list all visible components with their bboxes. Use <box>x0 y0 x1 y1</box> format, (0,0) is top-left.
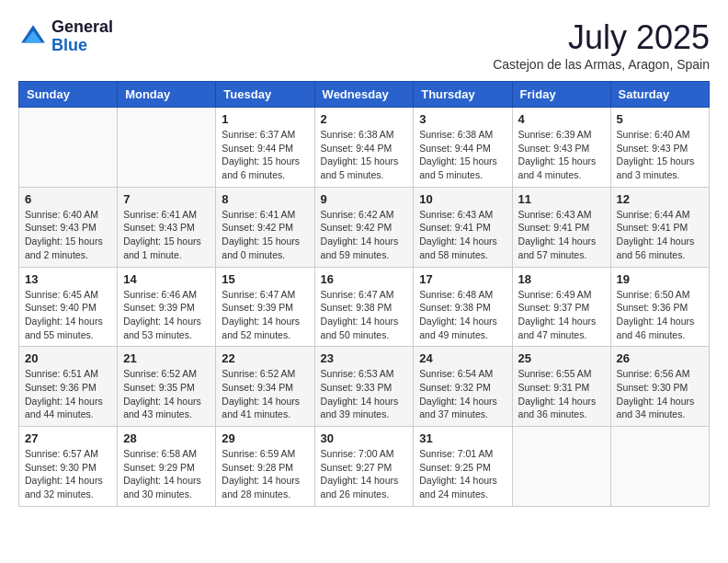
logo: General Blue <box>18 18 113 55</box>
day-info: Sunrise: 6:40 AM Sunset: 9:43 PM Dayligh… <box>25 208 111 262</box>
logo-icon <box>18 22 48 52</box>
weekday-header-sunday: Sunday <box>19 82 118 108</box>
calendar-week-1: 1Sunrise: 6:37 AM Sunset: 9:44 PM Daylig… <box>19 108 710 188</box>
day-number: 8 <box>222 192 308 206</box>
calendar-week-4: 20Sunrise: 6:51 AM Sunset: 9:36 PM Dayli… <box>19 347 710 427</box>
calendar-cell <box>610 427 709 507</box>
day-info: Sunrise: 6:52 AM Sunset: 9:34 PM Dayligh… <box>222 367 308 421</box>
calendar-week-2: 6Sunrise: 6:40 AM Sunset: 9:43 PM Daylig… <box>19 187 710 267</box>
day-info: Sunrise: 6:43 AM Sunset: 9:41 PM Dayligh… <box>518 208 605 262</box>
calendar-cell: 21Sunrise: 6:52 AM Sunset: 9:35 PM Dayli… <box>118 347 216 427</box>
day-info: Sunrise: 6:40 AM Sunset: 9:43 PM Dayligh… <box>617 128 703 182</box>
day-number: 10 <box>419 192 506 206</box>
calendar-cell <box>19 108 118 188</box>
calendar-cell: 24Sunrise: 6:54 AM Sunset: 9:32 PM Dayli… <box>414 347 512 427</box>
day-number: 18 <box>518 272 605 286</box>
location: Castejon de las Armas, Aragon, Spain <box>493 57 710 72</box>
day-number: 5 <box>617 112 703 126</box>
day-number: 25 <box>518 351 605 365</box>
weekday-header-thursday: Thursday <box>414 82 512 108</box>
day-number: 28 <box>123 431 210 445</box>
day-number: 26 <box>617 351 703 365</box>
day-number: 20 <box>25 351 111 365</box>
day-info: Sunrise: 6:44 AM Sunset: 9:41 PM Dayligh… <box>617 208 703 262</box>
page-header: General Blue July 2025 Castejon de las A… <box>18 18 710 72</box>
calendar-cell: 27Sunrise: 6:57 AM Sunset: 9:30 PM Dayli… <box>19 427 118 507</box>
day-number: 9 <box>321 192 408 206</box>
day-info: Sunrise: 6:55 AM Sunset: 9:31 PM Dayligh… <box>518 367 605 421</box>
title-area: July 2025 Castejon de las Armas, Aragon,… <box>493 18 710 72</box>
calendar-cell: 26Sunrise: 6:56 AM Sunset: 9:30 PM Dayli… <box>610 347 709 427</box>
day-info: Sunrise: 6:46 AM Sunset: 9:39 PM Dayligh… <box>123 288 210 342</box>
day-info: Sunrise: 6:50 AM Sunset: 9:36 PM Dayligh… <box>617 288 703 342</box>
day-number: 17 <box>419 272 506 286</box>
weekday-header-friday: Friday <box>512 82 610 108</box>
day-info: Sunrise: 6:45 AM Sunset: 9:40 PM Dayligh… <box>25 288 111 342</box>
day-number: 27 <box>25 431 111 445</box>
calendar-cell: 5Sunrise: 6:40 AM Sunset: 9:43 PM Daylig… <box>610 108 709 188</box>
calendar-cell: 10Sunrise: 6:43 AM Sunset: 9:41 PM Dayli… <box>414 187 512 267</box>
calendar-table: SundayMondayTuesdayWednesdayThursdayFrid… <box>18 81 710 507</box>
day-number: 30 <box>321 431 408 445</box>
calendar-cell: 1Sunrise: 6:37 AM Sunset: 9:44 PM Daylig… <box>216 108 314 188</box>
calendar-cell: 7Sunrise: 6:41 AM Sunset: 9:43 PM Daylig… <box>118 187 216 267</box>
day-info: Sunrise: 6:49 AM Sunset: 9:37 PM Dayligh… <box>518 288 605 342</box>
logo-text: General Blue <box>51 18 113 55</box>
day-number: 2 <box>321 112 408 126</box>
calendar-cell: 25Sunrise: 6:55 AM Sunset: 9:31 PM Dayli… <box>512 347 610 427</box>
calendar-cell: 29Sunrise: 6:59 AM Sunset: 9:28 PM Dayli… <box>216 427 314 507</box>
day-info: Sunrise: 7:01 AM Sunset: 9:25 PM Dayligh… <box>419 447 506 501</box>
day-info: Sunrise: 6:38 AM Sunset: 9:44 PM Dayligh… <box>419 128 506 182</box>
day-number: 11 <box>518 192 605 206</box>
weekday-header-wednesday: Wednesday <box>314 82 414 108</box>
calendar-cell: 30Sunrise: 7:00 AM Sunset: 9:27 PM Dayli… <box>314 427 414 507</box>
day-info: Sunrise: 6:54 AM Sunset: 9:32 PM Dayligh… <box>419 367 506 421</box>
calendar-cell <box>118 108 216 188</box>
day-info: Sunrise: 6:56 AM Sunset: 9:30 PM Dayligh… <box>617 367 703 421</box>
day-info: Sunrise: 6:53 AM Sunset: 9:33 PM Dayligh… <box>321 367 408 421</box>
day-number: 29 <box>222 431 308 445</box>
calendar-week-3: 13Sunrise: 6:45 AM Sunset: 9:40 PM Dayli… <box>19 267 710 347</box>
calendar-cell: 23Sunrise: 6:53 AM Sunset: 9:33 PM Dayli… <box>314 347 414 427</box>
calendar-cell: 19Sunrise: 6:50 AM Sunset: 9:36 PM Dayli… <box>610 267 709 347</box>
calendar-cell: 31Sunrise: 7:01 AM Sunset: 9:25 PM Dayli… <box>414 427 512 507</box>
day-number: 1 <box>222 112 308 126</box>
weekday-header-tuesday: Tuesday <box>216 82 314 108</box>
day-info: Sunrise: 6:39 AM Sunset: 9:43 PM Dayligh… <box>518 128 605 182</box>
day-info: Sunrise: 6:57 AM Sunset: 9:30 PM Dayligh… <box>25 447 111 501</box>
day-number: 15 <box>222 272 308 286</box>
calendar-cell: 3Sunrise: 6:38 AM Sunset: 9:44 PM Daylig… <box>414 108 512 188</box>
calendar-cell: 20Sunrise: 6:51 AM Sunset: 9:36 PM Dayli… <box>19 347 118 427</box>
calendar-cell: 28Sunrise: 6:58 AM Sunset: 9:29 PM Dayli… <box>118 427 216 507</box>
weekday-header-row: SundayMondayTuesdayWednesdayThursdayFrid… <box>19 82 710 108</box>
calendar-cell: 18Sunrise: 6:49 AM Sunset: 9:37 PM Dayli… <box>512 267 610 347</box>
day-number: 31 <box>419 431 506 445</box>
day-info: Sunrise: 6:38 AM Sunset: 9:44 PM Dayligh… <box>321 128 408 182</box>
month-title: July 2025 <box>493 18 710 57</box>
calendar-cell: 4Sunrise: 6:39 AM Sunset: 9:43 PM Daylig… <box>512 108 610 188</box>
weekday-header-saturday: Saturday <box>610 82 709 108</box>
calendar-cell: 8Sunrise: 6:41 AM Sunset: 9:42 PM Daylig… <box>216 187 314 267</box>
calendar-cell: 17Sunrise: 6:48 AM Sunset: 9:38 PM Dayli… <box>414 267 512 347</box>
day-number: 4 <box>518 112 605 126</box>
weekday-header-monday: Monday <box>118 82 216 108</box>
day-info: Sunrise: 7:00 AM Sunset: 9:27 PM Dayligh… <box>321 447 408 501</box>
calendar-cell: 15Sunrise: 6:47 AM Sunset: 9:39 PM Dayli… <box>216 267 314 347</box>
day-number: 19 <box>617 272 703 286</box>
day-info: Sunrise: 6:51 AM Sunset: 9:36 PM Dayligh… <box>25 367 111 421</box>
logo-blue: Blue <box>51 36 87 54</box>
calendar-cell: 12Sunrise: 6:44 AM Sunset: 9:41 PM Dayli… <box>610 187 709 267</box>
day-number: 16 <box>321 272 408 286</box>
day-info: Sunrise: 6:43 AM Sunset: 9:41 PM Dayligh… <box>419 208 506 262</box>
calendar-cell: 22Sunrise: 6:52 AM Sunset: 9:34 PM Dayli… <box>216 347 314 427</box>
day-number: 22 <box>222 351 308 365</box>
day-info: Sunrise: 6:47 AM Sunset: 9:38 PM Dayligh… <box>321 288 408 342</box>
day-info: Sunrise: 6:42 AM Sunset: 9:42 PM Dayligh… <box>321 208 408 262</box>
calendar-cell: 13Sunrise: 6:45 AM Sunset: 9:40 PM Dayli… <box>19 267 118 347</box>
day-number: 6 <box>25 192 111 206</box>
day-info: Sunrise: 6:58 AM Sunset: 9:29 PM Dayligh… <box>123 447 210 501</box>
calendar-cell <box>512 427 610 507</box>
calendar-cell: 14Sunrise: 6:46 AM Sunset: 9:39 PM Dayli… <box>118 267 216 347</box>
day-number: 24 <box>419 351 506 365</box>
calendar-cell: 16Sunrise: 6:47 AM Sunset: 9:38 PM Dayli… <box>314 267 414 347</box>
